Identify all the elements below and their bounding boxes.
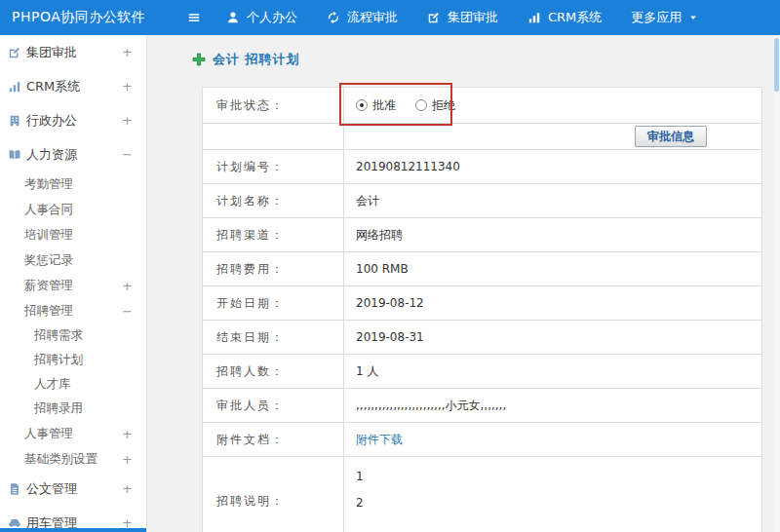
topnav-group-approval[interactable]: 集团审批	[427, 9, 498, 26]
sidebar-item-training[interactable]: 培训管理	[0, 222, 146, 247]
sidebar-item-label: 招聘管理	[24, 303, 73, 320]
sidebar-item-label: 公文管理	[26, 480, 77, 498]
book-icon	[8, 148, 21, 162]
sidebar-item-personnel-mgmt[interactable]: 人事管理+	[0, 421, 146, 446]
sidebar-item-label: 人事合同	[24, 202, 73, 218]
sidebar-item-label: 人事管理	[24, 426, 73, 442]
topnav-crm[interactable]: CRM系统	[527, 9, 602, 26]
sidebar-item-label: 人力资源	[26, 146, 77, 164]
vertical-scrollbar[interactable]	[773, 35, 780, 532]
field-row-plan-number: 计划编号：20190812111340	[203, 150, 761, 184]
page-title: 会计 招聘计划	[213, 51, 300, 68]
sidebar-item-group-approval[interactable]: 集团审批+	[0, 35, 146, 69]
radio-icon-approve[interactable]	[356, 99, 368, 111]
field-value-plan-name: 会计	[344, 184, 761, 217]
sidebar-item-label: 招聘计划	[34, 352, 83, 368]
radio-option-approve[interactable]: 批准	[356, 97, 396, 114]
approval-status-label: 审批状态：	[203, 88, 344, 123]
field-value-approvers: ,,,,,,,,,,,,,,,,,,,,,,,,小元女,,,,,,,	[344, 389, 761, 422]
topnav-label-personal-office: 个人办公	[247, 9, 297, 26]
topbar: PHPOA协同办公软件 个人办公流程审批集团审批CRM系统更多应用	[0, 0, 780, 35]
sidebar-item-label: CRM系统	[26, 78, 80, 95]
sidebar-item-crm[interactable]: CRM系统+	[0, 69, 146, 103]
topnav-more-apps[interactable]: 更多应用	[631, 9, 698, 26]
attachment-download-link[interactable]: 附件下载	[356, 432, 403, 448]
sidebar-item-recruit-plan[interactable]: 招聘计划	[0, 348, 146, 372]
expander-icon[interactable]: +	[122, 79, 133, 94]
field-label-attachment: 附件文档：	[203, 423, 344, 456]
edit-icon	[8, 46, 21, 59]
topnav-label-crm: CRM系统	[548, 9, 602, 26]
sidebar-item-recruit-mgmt[interactable]: 招聘管理−	[0, 298, 146, 323]
add-icon	[192, 53, 206, 66]
page-header: 会计 招聘计划	[192, 49, 780, 70]
field-row-description: 招聘说明：1 2	[203, 457, 761, 532]
topnav-label-group-approval: 集团审批	[448, 9, 498, 26]
field-label-recruit-cost: 招聘费用：	[203, 252, 344, 285]
sidebar-item-label: 薪资管理	[24, 278, 73, 294]
caret-down-icon	[688, 13, 698, 22]
sidebar-item-label: 考勤管理	[24, 176, 73, 193]
field-row-recruit-cost: 招聘费用：100 RMB	[203, 252, 761, 286]
expander-icon[interactable]: +	[122, 481, 133, 496]
field-value-description: 1 2	[344, 457, 761, 532]
sidebar-item-document-mgmt[interactable]: 公文管理+	[0, 472, 146, 506]
sidebar-item-hr[interactable]: 人力资源−	[0, 137, 146, 171]
main-content: 会计 招聘计划 审批状态：批准拒绝审批信息计划编号：20190812111340…	[147, 35, 780, 532]
expander-icon[interactable]: −	[122, 147, 133, 162]
topnav-process-approval[interactable]: 流程审批	[327, 9, 398, 26]
sidebar-item-label: 招聘录用	[34, 400, 83, 417]
sidebar-item-label: 行政办公	[26, 112, 77, 130]
expander-icon[interactable]: +	[122, 427, 133, 441]
sidebar-item-base-category[interactable]: 基础类别设置+	[0, 446, 146, 472]
radio-option-reject[interactable]: 拒绝	[415, 97, 455, 114]
edit-icon	[427, 11, 441, 24]
sidebar-item-salary[interactable]: 薪资管理+	[0, 273, 146, 298]
sidebar-item-label: 奖惩记录	[24, 252, 73, 269]
sidebar-item-rewards[interactable]: 奖惩记录	[0, 247, 146, 273]
sidebar-horizontal-scrollbar[interactable]	[0, 528, 146, 532]
sidebar-item-attendance[interactable]: 考勤管理	[0, 171, 146, 197]
expander-icon[interactable]: +	[122, 279, 133, 293]
expander-icon[interactable]: +	[122, 45, 133, 59]
field-value-start-date: 2019-08-12	[344, 286, 761, 320]
approval-info-button[interactable]: 审批信息	[635, 126, 707, 147]
field-row-plan-name: 计划名称：会计	[203, 184, 761, 218]
field-label-end-date: 结束日期：	[203, 321, 344, 354]
field-row-attachment: 附件文档：附件下载	[203, 423, 761, 457]
process-icon	[327, 11, 340, 24]
person-icon	[226, 11, 240, 24]
field-row-end-date: 结束日期：2019-08-31	[203, 321, 761, 355]
topnav-label-more-apps: 更多应用	[631, 9, 682, 26]
sidebar-item-label: 培训管理	[24, 227, 73, 244]
radio-label-approve: 批准	[372, 97, 396, 114]
topnav-label-process-approval: 流程审批	[347, 9, 398, 26]
sidebar-item-recruit-demand[interactable]: 招聘需求	[0, 323, 146, 348]
expander-icon[interactable]: −	[122, 304, 133, 319]
sidebar-item-talent-pool[interactable]: 人才库	[0, 372, 146, 397]
sidebar-item-recruit-hire[interactable]: 招聘录用	[0, 397, 146, 421]
expander-icon[interactable]: +	[122, 452, 133, 467]
topnav-personal-office[interactable]: 个人办公	[226, 9, 297, 26]
sidebar-item-label: 集团审批	[26, 44, 77, 61]
field-value-end-date: 2019-08-31	[344, 321, 761, 354]
sidebar-item-hr-contract[interactable]: 人事合同	[0, 197, 146, 222]
sidebar-item-admin-office[interactable]: 行政办公+	[0, 103, 146, 137]
expander-icon[interactable]: +	[122, 113, 133, 128]
topnav: 个人办公流程审批集团审批CRM系统更多应用	[226, 9, 698, 26]
scrollbar-thumb[interactable]	[774, 38, 779, 92]
field-row-recruit-count: 招聘人数：1 人	[203, 355, 761, 389]
menu-icon[interactable]	[187, 11, 201, 24]
approval-info-cell: 审批信息	[344, 124, 761, 149]
field-row-approvers: 审批人员：,,,,,,,,,,,,,,,,,,,,,,,,小元女,,,,,,,	[203, 389, 761, 423]
field-value-recruit-cost: 100 RMB	[344, 252, 761, 285]
approval-status-options: 批准拒绝	[344, 88, 761, 123]
field-value-recruit-count: 1 人	[344, 355, 761, 388]
radio-icon-reject[interactable]	[415, 99, 427, 111]
field-label-recruit-count: 招聘人数：	[203, 355, 344, 388]
chart-icon	[8, 80, 21, 94]
field-label-plan-name: 计划名称：	[203, 184, 344, 217]
field-label-approvers: 审批人员：	[203, 389, 344, 422]
sidebar-item-label: 人才库	[34, 376, 71, 393]
field-label-plan-number: 计划编号：	[203, 150, 344, 183]
